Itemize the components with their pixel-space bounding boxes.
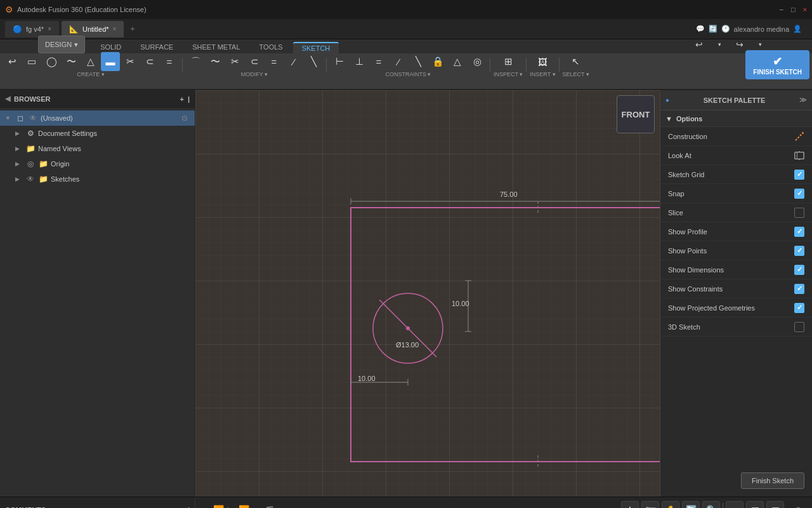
undo-button[interactable]: ↩ bbox=[690, 36, 708, 53]
undo-arrow-icon: ▾ bbox=[710, 36, 728, 53]
canvas-layout-tool[interactable]: ▦ bbox=[766, 501, 784, 509]
canvas-pan-tool[interactable]: ✋ bbox=[662, 501, 679, 509]
finish-sketch-label: FINISH SKETCH bbox=[753, 69, 802, 76]
comments-collapse-icon[interactable]: | bbox=[188, 506, 190, 509]
svg-rect-33 bbox=[795, 152, 804, 159]
tree-item-named-views[interactable]: ▶ 📁 Named Views bbox=[0, 141, 195, 156]
show-constraints-checkbox[interactable] bbox=[794, 284, 804, 294]
canvas-display-mode-tool[interactable]: ▭ bbox=[726, 501, 743, 509]
settings-gear-icon: ⚙ bbox=[795, 505, 802, 509]
look-at-icon[interactable] bbox=[794, 150, 804, 161]
tree-item-origin[interactable]: ▶ ◎ 📁 Origin bbox=[0, 156, 195, 171]
palette-options-arrow: ▼ bbox=[665, 115, 672, 123]
3d-sketch-checkbox[interactable] bbox=[794, 322, 804, 332]
inspect-measure-tool[interactable]: ⊞ bbox=[499, 52, 518, 71]
canvas-zoom-tool[interactable]: 🔍 ▾ bbox=[702, 501, 720, 509]
create-line-tool[interactable]: = bbox=[160, 52, 179, 71]
show-dimensions-checkbox[interactable] bbox=[794, 265, 804, 275]
show-points-checkbox[interactable] bbox=[794, 246, 804, 256]
browser-tree: ▼ ◻ 👁 (Unsaved) ⊙ ▶ ⚙ Document Settings … bbox=[0, 108, 195, 497]
create-circle-tool[interactable]: ◯ bbox=[42, 52, 61, 71]
tree-item-document-settings[interactable]: ▶ ⚙ Document Settings bbox=[0, 126, 195, 141]
timeline-controls: ⏮ ⏪ ▶ ⏩ ⏭ 🎬 bbox=[195, 505, 616, 509]
create-rect2-tool[interactable]: ▬ bbox=[101, 52, 120, 71]
create-offset-tool[interactable]: ⊂ bbox=[140, 52, 159, 71]
modify-break-tool[interactable]: = bbox=[265, 52, 284, 71]
view-cube[interactable]: FRONT bbox=[617, 95, 655, 133]
user-area: 💬 🔄 🕐 alexandro medina 👤 bbox=[696, 25, 807, 33]
snap-label: Snap bbox=[668, 190, 684, 197]
modify-offset-tool[interactable]: 〜 bbox=[206, 52, 225, 71]
minimize-icon[interactable]: − bbox=[779, 6, 783, 13]
palette-expand-icon[interactable]: ≫ bbox=[799, 96, 807, 104]
slice-checkbox[interactable] bbox=[794, 208, 804, 218]
timeline-last-button[interactable]: ⏭ bbox=[253, 505, 262, 509]
construction-icon[interactable] bbox=[794, 131, 804, 142]
constraint-coincident[interactable]: ◎ bbox=[468, 52, 487, 71]
refresh-icon: 🔄 bbox=[709, 25, 717, 33]
create-trim-tool[interactable]: ✂ bbox=[121, 52, 140, 71]
tools-sep bbox=[723, 503, 723, 509]
palette-options-header[interactable]: ▼ Options bbox=[660, 110, 812, 127]
browser-collapse-icon[interactable]: | bbox=[188, 95, 190, 103]
tab-icon2: 📐 bbox=[69, 25, 79, 34]
insert-image-tool[interactable]: 🖼 bbox=[533, 52, 552, 71]
settings-button[interactable]: ⚙ bbox=[789, 501, 807, 509]
palette-finish-sketch-button[interactable]: Finish Sketch bbox=[741, 472, 804, 489]
tree-item-unsaved[interactable]: ▼ ◻ 👁 (Unsaved) ⊙ bbox=[0, 110, 195, 126]
canvas-select-tool[interactable]: ✛ bbox=[621, 501, 639, 509]
inspect-group: ⊞ INSPECT ▾ bbox=[494, 52, 523, 77]
canvas-area[interactable]: 75.00 25 10.00 Ø13.00 10.00 38.00 50 4.0… bbox=[195, 90, 660, 497]
sketch-grid-checkbox[interactable] bbox=[794, 170, 804, 180]
toolbar: DESIGN ▾ SOLID SURFACE SHEET METAL TOOLS… bbox=[0, 39, 812, 90]
constraint-equal[interactable]: ╲ bbox=[409, 52, 428, 71]
show-projected-checkbox[interactable] bbox=[794, 303, 804, 313]
canvas-camera-tool[interactable]: 📷 bbox=[641, 501, 659, 509]
tab-fg-v4[interactable]: 🔵 fg v4* × bbox=[5, 21, 59, 37]
modify-trim-tool[interactable]: ✂ bbox=[225, 52, 244, 71]
svg-rect-1 bbox=[195, 90, 660, 497]
show-points-label: Show Points bbox=[668, 247, 707, 255]
tab-untitled[interactable]: 📐 Untitled* × bbox=[62, 21, 124, 37]
timeline-first-button[interactable]: ⏮ bbox=[200, 505, 209, 509]
insert-group: 🖼 INSERT ▾ bbox=[530, 52, 555, 77]
finish-sketch-button[interactable]: ✔ FINISH SKETCH bbox=[745, 50, 809, 79]
constraint-vertical[interactable]: ⊥ bbox=[350, 52, 369, 71]
timeline-play-button[interactable]: ▶ bbox=[228, 505, 235, 509]
modify-fillet-tool[interactable]: ⌒ bbox=[186, 52, 205, 71]
show-profile-checkbox[interactable] bbox=[794, 227, 804, 237]
create-spline-tool[interactable]: 〜 bbox=[62, 52, 81, 71]
view-cube-front[interactable]: FRONT bbox=[617, 95, 655, 133]
modify-sketch-tool[interactable]: ╲ bbox=[304, 52, 323, 71]
snap-checkbox[interactable] bbox=[794, 189, 804, 199]
dim-10-horiz: 10.00 bbox=[358, 375, 376, 382]
create-group: ↩ ▭ ◯ 〜 △ ▬ ✂ ⊂ = CREATE ▾ bbox=[3, 52, 179, 77]
toolbar-icons-row: ↩ ▭ ◯ 〜 △ ▬ ✂ ⊂ = CREATE ▾ ⌒ 〜 ✂ ⊂ = ∕ ╲ bbox=[0, 53, 812, 76]
create-rect-tool[interactable]: ▭ bbox=[22, 52, 41, 71]
tree-item-sketches[interactable]: ▶ 👁 📁 Sketches bbox=[0, 171, 195, 187]
timeline-prev-button[interactable]: ⏪ bbox=[213, 505, 224, 509]
select-tool[interactable]: ↖ bbox=[566, 52, 586, 71]
constraint-horizontal[interactable]: ⊢ bbox=[330, 52, 349, 71]
timeline-next-button[interactable]: ⏩ bbox=[239, 505, 249, 509]
close-icon[interactable]: × bbox=[803, 6, 807, 13]
design-dropdown-button[interactable]: DESIGN ▾ bbox=[38, 36, 85, 53]
modify-extend-tool[interactable]: ⊂ bbox=[245, 52, 264, 71]
tab-close-icon2[interactable]: × bbox=[113, 25, 117, 32]
new-tab-button[interactable]: ＋ bbox=[129, 23, 136, 34]
browser-expand-icon[interactable]: + bbox=[180, 95, 183, 103]
constraint-parallel[interactable]: ∕ bbox=[389, 52, 408, 71]
constraint-perpendicular[interactable]: = bbox=[369, 52, 388, 71]
canvas-grid-tool[interactable]: ▦ bbox=[746, 501, 764, 509]
canvas-orbit-tool[interactable]: 🔄 bbox=[682, 501, 700, 509]
constraint-fix[interactable]: 🔒 bbox=[428, 52, 447, 71]
comments-expand-icon[interactable]: + bbox=[180, 506, 183, 509]
avatar-icon: 👤 bbox=[793, 25, 802, 33]
tab-close-icon[interactable]: × bbox=[48, 25, 51, 32]
app-logo-icon: ⚙ bbox=[5, 4, 13, 15]
constraint-tangent[interactable]: △ bbox=[448, 52, 467, 71]
create-arc-tool[interactable]: ↩ bbox=[3, 52, 22, 71]
create-polygon-tool[interactable]: △ bbox=[81, 52, 100, 71]
maximize-icon[interactable]: □ bbox=[791, 6, 796, 13]
modify-scale-tool[interactable]: ∕ bbox=[284, 52, 303, 71]
